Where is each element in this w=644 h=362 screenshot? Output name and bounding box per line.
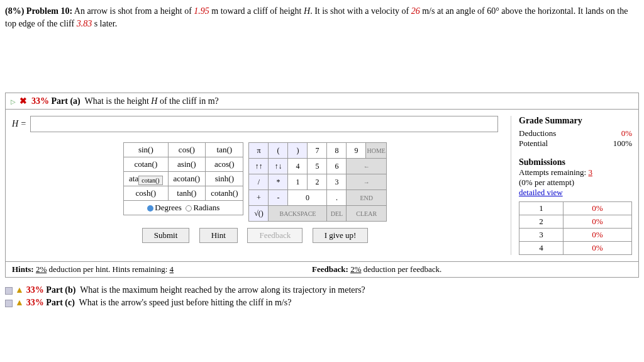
fn-cosh[interactable]: cosh(): [124, 186, 168, 201]
feedback-button[interactable]: Feedback: [247, 228, 303, 243]
expand-icon[interactable]: [5, 300, 13, 307]
key-1[interactable]: 1: [288, 174, 308, 190]
warning-icon: ▲: [15, 285, 24, 295]
key-5[interactable]: 5: [308, 159, 327, 174]
expand-icon[interactable]: [5, 287, 13, 295]
part-b-row[interactable]: ▲33% Part (b) What is the maximum height…: [5, 284, 639, 297]
fn-acotan[interactable]: acotan(): [168, 172, 206, 186]
submit-button[interactable]: Submit: [142, 228, 190, 243]
key-sqrt[interactable]: √(): [249, 206, 269, 222]
key-home[interactable]: HOME: [366, 143, 386, 159]
hints-bar: Hints: 2% deduction per hint. Hints rema…: [5, 262, 639, 278]
detailed-view-link[interactable]: detailed view: [519, 188, 632, 198]
angle-mode[interactable]: Degrees Radians: [124, 201, 243, 215]
key-rparen[interactable]: ): [288, 143, 308, 159]
key-lparen[interactable]: (: [269, 143, 288, 159]
fn-sinh[interactable]: sinh(): [206, 172, 243, 186]
part-a-header: ▷ ✖ 33% Part (a) What is the height H of…: [5, 93, 639, 110]
key-down[interactable]: ↑↓: [269, 159, 288, 174]
answer-var: H =: [12, 119, 26, 129]
key-3[interactable]: 3: [327, 174, 347, 190]
key-7[interactable]: 7: [308, 143, 327, 159]
key-2[interactable]: 2: [308, 174, 327, 190]
key-right[interactable]: →: [347, 174, 386, 190]
fn-tanh[interactable]: tanh(): [168, 186, 206, 201]
key-left[interactable]: ←: [347, 159, 386, 174]
key-clear[interactable]: CLEAR: [347, 206, 386, 222]
key-backspace[interactable]: BACKSPACE: [269, 206, 327, 222]
fn-cotanh[interactable]: cotanh(): [206, 186, 243, 201]
key-4[interactable]: 4: [288, 159, 308, 174]
fn-asin[interactable]: asin(): [168, 157, 206, 172]
play-icon: ▷: [11, 98, 16, 105]
key-0[interactable]: 0: [288, 190, 327, 206]
key-dot[interactable]: .: [327, 190, 347, 206]
giveup-button[interactable]: I give up!: [313, 228, 369, 243]
fn-tan[interactable]: tan(): [206, 143, 243, 157]
problem-statement: (8%) Problem 10: An arrow is shot from a…: [5, 5, 639, 30]
part-c-row[interactable]: ▲33% Part (c) What is the arrow's speed …: [5, 297, 639, 309]
hint-button[interactable]: Hint: [199, 228, 238, 243]
fn-acos[interactable]: acos(): [206, 157, 243, 172]
close-icon[interactable]: ✖: [19, 96, 27, 106]
key-6[interactable]: 6: [327, 159, 347, 174]
grade-panel: Grade Summary Deductions0% Potential100%…: [511, 116, 632, 255]
number-keypad: π()789HOME ↑↑↑↓456← /*123→ +-0.END √()BA…: [248, 142, 386, 222]
key-div[interactable]: /: [249, 174, 269, 190]
key-end[interactable]: END: [347, 190, 386, 206]
key-plus[interactable]: +: [249, 190, 269, 206]
answer-input[interactable]: [30, 116, 498, 132]
key-mul[interactable]: *: [269, 174, 288, 190]
key-8[interactable]: 8: [327, 143, 347, 159]
key-del[interactable]: DEL: [327, 206, 347, 222]
fn-cos[interactable]: cos(): [168, 143, 206, 157]
function-keypad: sin()cos()tan() cotan()asin()acos() atac…: [123, 142, 243, 222]
fn-cotan[interactable]: cotan(): [124, 157, 168, 172]
fn-atan[interactable]: atacotan(): [124, 172, 168, 186]
key-9[interactable]: 9: [347, 143, 366, 159]
key-pi[interactable]: π: [249, 143, 269, 159]
warning-icon: ▲: [15, 298, 24, 307]
key-minus[interactable]: -: [269, 190, 288, 206]
fn-sin[interactable]: sin(): [124, 143, 168, 157]
key-up[interactable]: ↑↑: [249, 159, 269, 174]
